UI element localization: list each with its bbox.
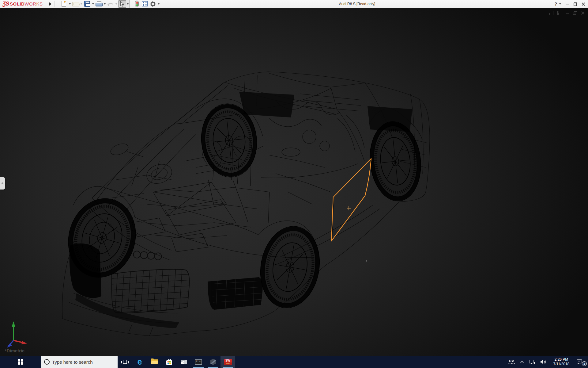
mail-button[interactable] (176, 356, 191, 368)
properties-list-icon (142, 1, 148, 6)
display-panel-toggle-icon[interactable] (557, 11, 562, 15)
print-icon (96, 1, 102, 7)
cortana-icon (44, 359, 50, 365)
taskbar-search[interactable] (41, 356, 118, 368)
solidworks-logo-glyph: ƷS (2, 1, 9, 7)
volume-button[interactable] (540, 359, 546, 364)
help-button[interactable]: ? (554, 2, 557, 6)
close-button[interactable] (582, 2, 585, 6)
undo-dropdown[interactable] (115, 0, 118, 8)
start-button[interactable] (0, 356, 41, 368)
minimize-button[interactable] (566, 3, 569, 6)
3d-app-button[interactable] (206, 356, 221, 368)
options-button[interactable] (149, 0, 157, 8)
store-icon (166, 360, 172, 365)
feature-manager-collapsed-tab[interactable] (0, 177, 5, 190)
feature-panel-toggle-icon[interactable] (549, 11, 553, 15)
print-dropdown[interactable] (103, 0, 107, 8)
rebuild-button[interactable] (133, 0, 141, 8)
orientation-triad[interactable] (4, 316, 32, 350)
windows-logo-icon (18, 359, 23, 365)
selection-artifact (366, 260, 367, 262)
new-document-dropdown[interactable] (68, 0, 72, 8)
solidworks-logo: ƷS SOLID WORKS (0, 1, 46, 7)
open-button[interactable] (72, 0, 80, 8)
file-explorer-button[interactable] (147, 356, 162, 368)
notification-badge: 2 (582, 361, 587, 366)
help-dropdown[interactable] (558, 0, 562, 8)
select-dropdown[interactable] (126, 0, 130, 8)
properties-button[interactable] (141, 0, 149, 8)
people-button[interactable] (508, 359, 515, 365)
crosshair-cursor (347, 206, 351, 210)
wireframe-car-model (0, 8, 588, 356)
window-title: Audi R8 S [Read-only] (339, 2, 375, 6)
separator (54, 1, 55, 7)
network-monitor-icon (529, 359, 535, 365)
print-button[interactable] (95, 0, 103, 8)
graphics-area[interactable]: *Dimetric (0, 8, 588, 356)
search-input[interactable] (50, 359, 115, 365)
document-close-button[interactable] (581, 11, 584, 15)
open-dropdown[interactable] (80, 0, 83, 8)
task-view-icon (123, 360, 127, 364)
new-document-icon (62, 1, 66, 7)
command-prompt-icon: C:\_ (195, 359, 202, 365)
windows-taskbar: e C:\_ SW 2017 (0, 356, 588, 368)
mail-icon (181, 360, 187, 364)
view-orientation-label: *Dimetric (5, 348, 24, 353)
action-center-button[interactable]: 2 (576, 359, 585, 365)
screen: ƷS SOLID WORKS (0, 0, 588, 368)
gear-icon (150, 1, 156, 7)
undo-icon (107, 2, 114, 6)
solidworks-2017-button[interactable]: SW 2017 (221, 356, 235, 368)
document-minimize-button[interactable] (566, 12, 569, 15)
network-button[interactable] (529, 359, 535, 365)
clock-time: 2:26 PM (555, 357, 568, 362)
clock-date: 7/11/2018 (553, 362, 570, 366)
file-explorer-icon (151, 359, 158, 364)
solidworks-2017-icon: SW 2017 (224, 359, 232, 365)
command-prompt-button[interactable]: C:\_ (191, 356, 206, 368)
selected-face-highlight[interactable] (331, 159, 371, 241)
3d-app-icon (210, 359, 216, 365)
chevron-up-icon (520, 361, 524, 363)
new-document-button[interactable] (60, 0, 68, 8)
edge-button[interactable]: e (132, 356, 147, 368)
speaker-icon (540, 359, 546, 364)
task-view-button[interactable] (118, 356, 132, 368)
options-dropdown[interactable] (157, 0, 160, 8)
select-arrow-button[interactable] (118, 0, 126, 8)
save-floppy-icon (84, 1, 90, 7)
show-hidden-icons-button[interactable] (520, 361, 524, 363)
document-restore-button[interactable] (573, 11, 577, 15)
taskbar-clock[interactable]: 2:26 PM 7/11/2018 (551, 357, 571, 366)
save-dropdown[interactable] (91, 0, 95, 8)
system-tray: 2:26 PM 7/11/2018 2 (508, 356, 588, 368)
save-button[interactable] (83, 0, 91, 8)
titlebar: ƷS SOLID WORKS (0, 0, 588, 8)
restore-button[interactable] (574, 2, 577, 6)
stoplight-icon (135, 1, 139, 7)
undo-button[interactable] (107, 0, 115, 8)
play-icon (49, 2, 51, 6)
store-button[interactable] (162, 356, 176, 368)
open-folder-icon (72, 2, 79, 6)
select-arrow-icon (120, 1, 125, 7)
edge-icon: e (137, 358, 142, 366)
people-icon (508, 359, 515, 365)
menu-flyout-button[interactable] (46, 0, 54, 8)
